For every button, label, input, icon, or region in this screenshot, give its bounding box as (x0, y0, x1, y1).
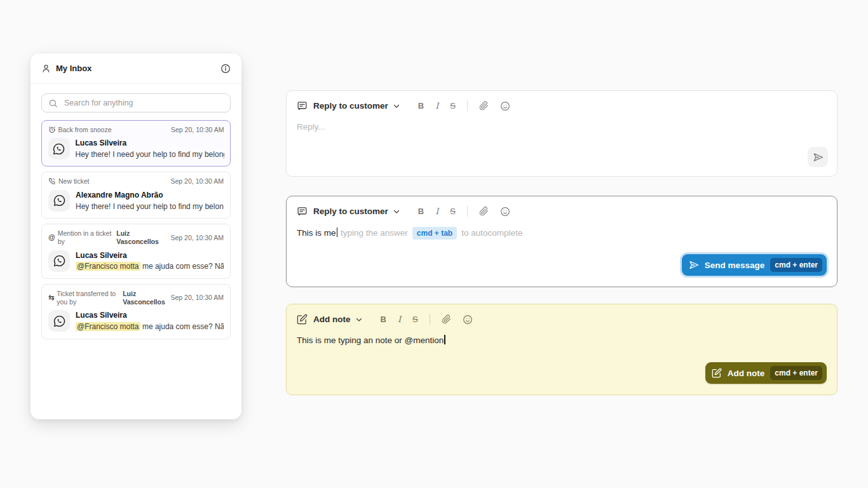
event-label: New ticket (58, 177, 89, 186)
bold-button[interactable]: B (418, 207, 424, 215)
reply-placeholder: Reply... (297, 122, 325, 132)
send-icon (813, 152, 824, 163)
search-icon (48, 98, 58, 108)
italic-button[interactable]: I (435, 207, 438, 215)
reply-input[interactable]: This is metyping the answercmd + tabto a… (287, 217, 837, 240)
whatsapp-icon (48, 190, 70, 212)
app-canvas: My Inbox Back from snooze Sep 20, 1 (0, 0, 868, 488)
conversation-list: Back from snooze Sep 20, 10:30 AM Lucas … (41, 120, 231, 339)
cmd-enter-shortcut-chip: cmd + enter (770, 366, 822, 380)
autocomplete-ghost-text: typing the answer (341, 228, 408, 238)
conversation-item-back-from-snooze[interactable]: Back from snooze Sep 20, 10:30 AM Lucas … (41, 120, 231, 166)
chevron-down-icon[interactable] (393, 102, 400, 110)
reply-composer-empty: Reply to customer B I S Reply... (286, 90, 837, 177)
conversation-item-new-ticket[interactable]: New ticket Sep 20, 10:30 AM Alexandre Ma… (41, 172, 231, 219)
send-message-button[interactable]: Send message cmd + enter (682, 254, 827, 276)
send-message-label: Send message (705, 261, 765, 270)
contact-name: Lucas Silveira (76, 310, 224, 321)
typed-text: This is me (297, 228, 336, 238)
timestamp: Sep 20, 10:30 AM (171, 294, 224, 302)
chat-bubble-icon (297, 206, 308, 217)
chevron-down-icon[interactable] (393, 208, 400, 215)
inbox-panel: My Inbox Back from snooze Sep 20, 1 (31, 53, 241, 419)
bold-button[interactable]: B (418, 102, 424, 110)
snooze-clock-icon (48, 126, 56, 133)
timestamp: Sep 20, 10:30 AM (171, 177, 224, 186)
note-pencil-icon (297, 314, 308, 325)
italic-button[interactable]: I (435, 102, 438, 110)
typed-text: This is me typing an note or @mention (297, 336, 444, 345)
contact-name: Alexandre Magno Abrão (76, 190, 224, 201)
mention-highlight: @Francisco motta (76, 262, 140, 271)
strikethrough-button[interactable]: S (450, 102, 456, 110)
note-pencil-icon (712, 368, 722, 378)
cmd-enter-shortcut-chip: cmd + enter (770, 258, 822, 272)
note-input[interactable]: This is me typing an note or @mention (287, 325, 837, 347)
message-preview: @Francisco motta me ajuda com esse? Não … (76, 322, 224, 332)
italic-button[interactable]: I (398, 315, 401, 323)
toolbar-divider (467, 206, 468, 217)
emoji-icon[interactable] (500, 101, 510, 111)
paperclip-icon[interactable] (479, 207, 489, 216)
event-label: Mention in a ticket by (58, 229, 114, 245)
inbox-title: My Inbox (56, 64, 92, 73)
phone-icon (48, 177, 56, 185)
chevron-down-icon[interactable] (355, 316, 363, 323)
toolbar-divider (467, 100, 468, 111)
add-note-button[interactable]: Add note cmd + enter (705, 362, 827, 384)
conversation-item-transferred[interactable]: ⇆ Ticket transferred to you by Luiz Vasc… (41, 284, 231, 339)
mention-highlight: @Francisco motta (76, 322, 140, 331)
cmd-tab-shortcut-chip: cmd + tab (412, 227, 457, 240)
composer-mode-label[interactable]: Add note (313, 315, 351, 324)
bold-button[interactable]: B (381, 315, 386, 323)
person-icon (41, 64, 51, 73)
info-icon[interactable] (220, 64, 231, 74)
composer-mode-label[interactable]: Reply to customer (313, 101, 388, 111)
toolbar-divider (430, 314, 430, 325)
conversation-item-mention[interactable]: @ Mention in a ticket by Luiz Vasconcell… (41, 224, 231, 279)
whatsapp-icon (48, 138, 70, 159)
strikethrough-button[interactable]: S (450, 207, 456, 215)
event-actor: Luiz Vasconcellos (123, 290, 168, 306)
search-box[interactable] (41, 93, 231, 112)
send-icon (689, 260, 699, 270)
contact-name: Lucas Silveira (76, 138, 224, 149)
message-preview: Hey there! I need your help to find my b… (76, 201, 224, 212)
timestamp: Sep 20, 10:30 AM (171, 234, 224, 242)
autocomplete-hint-text: to autocomplete (461, 228, 522, 238)
message-preview: @Francisco motta me ajuda com esse? Não … (76, 261, 224, 272)
event-actor: Luiz Vasconcellos (116, 229, 168, 245)
contact-name: Lucas Silveira (76, 250, 224, 261)
send-button-disabled[interactable] (808, 147, 828, 167)
emoji-icon[interactable] (463, 315, 473, 325)
paperclip-icon[interactable] (479, 101, 489, 111)
transfer-icon: ⇆ (48, 294, 54, 301)
timestamp: Sep 20, 10:30 AM (171, 126, 224, 134)
whatsapp-icon (48, 250, 70, 272)
chat-bubble-icon (297, 100, 308, 111)
event-label: Back from snooze (58, 126, 112, 134)
whatsapp-icon (48, 310, 70, 332)
at-mention-icon: @ (48, 234, 55, 241)
emoji-icon[interactable] (500, 207, 510, 217)
text-cursor (444, 335, 445, 344)
reply-composer-typing: Reply to customer B I S This is metyping… (286, 196, 837, 287)
strikethrough-button[interactable]: S (412, 315, 418, 323)
message-preview: Hey there! I need your help to find my b… (76, 149, 224, 160)
composer-mode-label[interactable]: Reply to customer (313, 207, 388, 216)
inbox-header: My Inbox (31, 53, 241, 84)
search-input[interactable] (63, 98, 224, 108)
event-label: Ticket transferred to you by (57, 290, 120, 306)
add-note-label: Add note (728, 369, 765, 378)
paperclip-icon[interactable] (442, 315, 451, 324)
text-cursor (337, 227, 338, 237)
reply-input[interactable]: Reply... (287, 111, 837, 133)
note-composer: Add note B I S This is me typing an note… (286, 304, 837, 395)
